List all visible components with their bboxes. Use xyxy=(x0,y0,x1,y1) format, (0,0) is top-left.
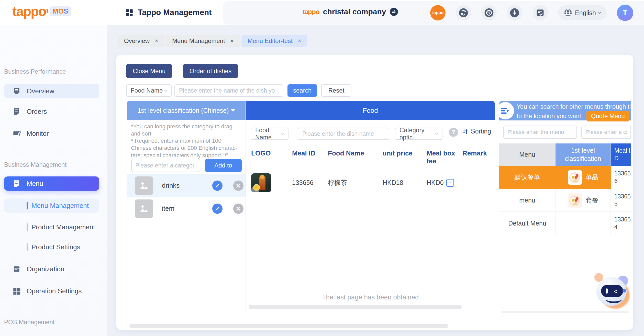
image-placeholder-icon xyxy=(135,176,153,195)
mos-badge: MOS xyxy=(50,6,72,16)
topbar-divider xyxy=(418,6,418,20)
sidebar-item-operation-settings[interactable]: Operation Settings xyxy=(4,284,99,298)
inbox-button[interactable] xyxy=(532,5,548,20)
quote-row-meal-id-cell: 133655 xyxy=(611,189,631,212)
submenu-bar xyxy=(27,223,28,231)
chevron-down-icon xyxy=(164,88,168,92)
quote-row-classification-cell[interactable]: 单品 xyxy=(556,166,611,189)
history-icon xyxy=(484,8,494,18)
section-business-performance: Business Performance xyxy=(4,68,66,75)
top-bar: tappo MOS Tappo Management tappo christa… xyxy=(0,0,644,25)
column-header: Food Name xyxy=(327,145,382,170)
quote-row-classification-cell[interactable]: 套餐 xyxy=(556,189,611,212)
remark-cell: - xyxy=(461,170,491,196)
tappo-app-button[interactable]: tappo xyxy=(430,5,446,20)
topbar-icon-group: tappo xyxy=(430,1,633,25)
column-header-meal-id: Meal ID xyxy=(611,143,631,166)
section-pos-management: POS Management xyxy=(4,319,54,326)
category-food-icon xyxy=(568,193,582,208)
close-icon[interactable]: × xyxy=(298,37,301,44)
end-of-list-message: The last page has been obtained xyxy=(246,293,495,301)
download-button[interactable] xyxy=(507,5,522,20)
user-avatar[interactable]: T xyxy=(617,5,633,21)
classification-header[interactable]: 1st-level classification (Chinese) xyxy=(127,101,246,120)
quote-panel-scrollbar[interactable] xyxy=(501,311,629,313)
sync-button[interactable] xyxy=(456,5,471,20)
quote-banner-text: You can search for other menus through t… xyxy=(517,103,631,121)
close-icon[interactable]: × xyxy=(230,37,234,44)
menu-search-input[interactable] xyxy=(503,126,577,139)
switch-company-icon[interactable]: ⇄ xyxy=(390,8,398,16)
logo-accent-marks xyxy=(44,1,48,16)
category-search-input[interactable] xyxy=(581,126,631,139)
tab-menu-management[interactable]: Menu Management × xyxy=(166,35,240,47)
app-title: Tappo Management xyxy=(138,8,212,17)
quote-menu-button[interactable]: Quote Menu xyxy=(586,111,629,121)
sidebar-item-overview[interactable]: Overview xyxy=(4,84,99,98)
menu-icon xyxy=(12,179,21,188)
assistant-bot-icon[interactable]: < xyxy=(592,270,632,310)
column-header: Meal ID xyxy=(291,145,327,170)
tab-overview[interactable]: Overview × xyxy=(118,35,164,47)
app-title-tab[interactable]: Tappo Management xyxy=(113,0,223,25)
help-icon[interactable]: ? xyxy=(449,128,458,137)
quote-row-menu-cell[interactable]: menu xyxy=(499,189,556,212)
food-field-selector[interactable]: Food Name xyxy=(251,128,288,140)
category-row-item[interactable]: item xyxy=(127,197,246,220)
food-name-cell: 柠檬茶 xyxy=(327,170,382,196)
category-option-selector[interactable]: Category optic xyxy=(395,128,442,140)
sidebar-item-organization[interactable]: Organization xyxy=(4,262,99,276)
delete-category-button[interactable] xyxy=(233,204,243,214)
language-label: English xyxy=(575,9,596,17)
x-icon xyxy=(236,206,241,211)
food-panel-horizontal-scrollbar[interactable] xyxy=(249,305,462,309)
quote-row-classification-cell[interactable] xyxy=(556,212,611,235)
column-header: Meal box fee xyxy=(426,145,461,170)
dish-photo xyxy=(251,173,271,192)
close-menu-button[interactable]: Close Menu xyxy=(126,64,172,78)
history-button[interactable] xyxy=(481,5,497,20)
image-placeholder-icon xyxy=(135,199,153,218)
order-of-dishes-button[interactable]: Order of dishes xyxy=(183,64,238,78)
company-switcher[interactable]: tappo christal company ⇄ xyxy=(303,0,398,24)
search-button[interactable]: search xyxy=(287,84,317,97)
column-header: Remark xyxy=(461,145,491,170)
category-row-drinks[interactable]: drinks xyxy=(127,174,246,197)
quote-banner-line2: to the location you want. xyxy=(517,112,583,120)
sidebar-item-product-management[interactable]: Product Management xyxy=(4,220,99,234)
unit-price-cell: HKD18 xyxy=(382,170,426,196)
pencil-icon xyxy=(215,206,220,211)
chevron-down-icon xyxy=(598,10,602,14)
sidebar-item-menu[interactable]: Menu xyxy=(4,176,99,191)
brand-logo[interactable]: tappo MOS xyxy=(12,4,71,19)
quote-row-menu-cell[interactable]: 默认餐单 xyxy=(499,166,556,189)
add-fee-icon[interactable]: + xyxy=(446,179,454,187)
dropdown-triangle-icon xyxy=(231,109,235,112)
column-header-menu: Menu xyxy=(499,143,556,166)
edit-category-button[interactable] xyxy=(212,181,223,191)
quote-banner-line1: You can search for other menus through t… xyxy=(517,103,631,111)
edit-category-button[interactable] xyxy=(212,204,223,214)
sidebar-item-checkout-settings[interactable]: $ Checkout Settings xyxy=(4,334,99,336)
sorting-button[interactable]: Sorting xyxy=(462,128,491,135)
language-selector[interactable]: English xyxy=(558,5,607,20)
dish-search-input[interactable] xyxy=(174,84,283,97)
sidebar-item-monitor[interactable]: Monitor xyxy=(4,126,99,141)
sidebar-item-orders[interactable]: Orders xyxy=(4,104,99,119)
reset-button[interactable]: Reset xyxy=(321,84,351,97)
category-name-input[interactable] xyxy=(131,159,200,172)
search-field-selector[interactable]: Food Name xyxy=(126,84,172,97)
tab-menu-editor-test[interactable]: Menu Editor-test × xyxy=(241,35,307,47)
quote-row-menu-cell[interactable]: Default Menu xyxy=(499,212,556,235)
close-icon[interactable]: × xyxy=(155,37,158,44)
pencil-icon xyxy=(215,183,220,188)
sidebar-item-menu-management[interactable]: Menu Management xyxy=(4,198,99,213)
content-horizontal-scrollbar[interactable] xyxy=(129,324,448,328)
menu-export-icon xyxy=(500,106,510,116)
delete-category-button[interactable] xyxy=(233,181,243,191)
add-category-button[interactable]: Add to xyxy=(205,159,242,172)
table-row-logo-cell xyxy=(250,170,291,196)
sidebar-item-product-settings[interactable]: Product Settings xyxy=(4,240,99,254)
quote-row-meal-id-cell: 133656 xyxy=(611,166,631,189)
dish-name-input[interactable] xyxy=(298,128,389,140)
